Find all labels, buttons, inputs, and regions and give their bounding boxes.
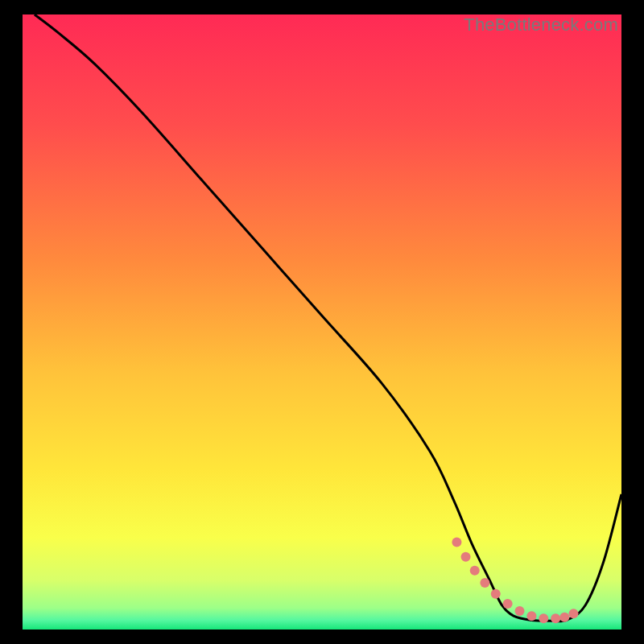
gradient-background [23,14,621,630]
optimal-marker [568,609,578,618]
chart-frame: TheBottleneck.com [23,14,621,630]
optimal-marker [515,606,525,616]
optimal-marker [503,599,513,609]
watermark-text: TheBottleneck.com [464,14,618,35]
optimal-marker [480,578,489,588]
bottleneck-chart [23,14,621,630]
optimal-marker [559,613,569,622]
optimal-marker [526,611,536,621]
optimal-marker [491,589,501,599]
optimal-marker [461,552,471,562]
optimal-marker [539,613,548,623]
optimal-marker [551,613,560,623]
optimal-marker [452,538,461,547]
optimal-marker [470,566,480,576]
